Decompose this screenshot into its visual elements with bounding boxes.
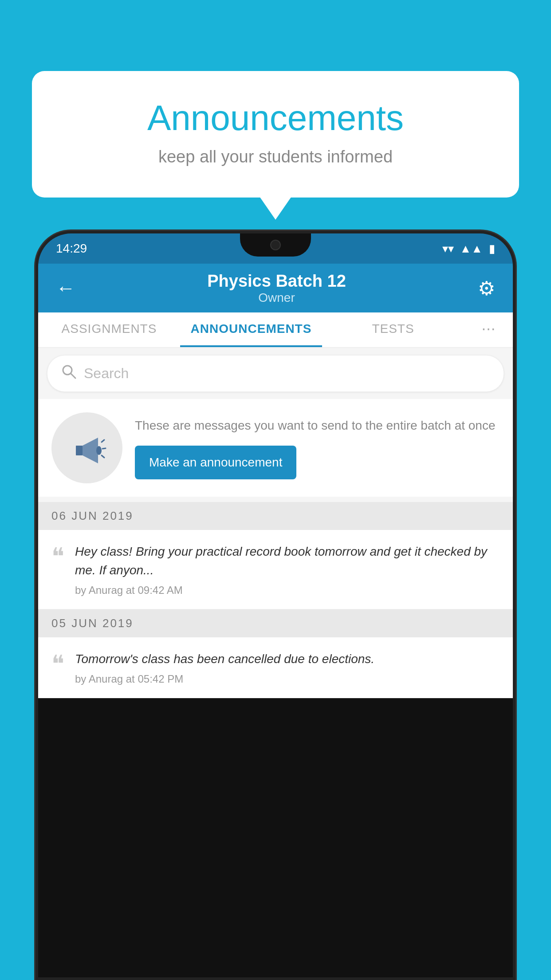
quote-icon-1: ❝ bbox=[51, 544, 64, 568]
tab-assignments[interactable]: ASSIGNMENTS bbox=[38, 312, 180, 347]
announcement-meta-2: by Anurag at 05:42 PM bbox=[75, 673, 500, 685]
tab-bar: ASSIGNMENTS ANNOUNCEMENTS TESTS ⋯ bbox=[38, 312, 513, 348]
back-button[interactable]: ← bbox=[56, 277, 75, 299]
announcement-item-2[interactable]: ❝ Tomorrow's class has been cancelled du… bbox=[38, 637, 513, 698]
announcement-meta-1: by Anurag at 09:42 AM bbox=[75, 584, 500, 597]
promo-card: These are messages you want to send to t… bbox=[38, 399, 513, 497]
svg-line-5 bbox=[102, 448, 106, 449]
speech-bubble-card: Announcements keep all your students inf… bbox=[32, 71, 519, 198]
bubble-title: Announcements bbox=[67, 98, 484, 138]
svg-line-6 bbox=[102, 455, 104, 458]
announcement-message-1: Hey class! Bring your practical record b… bbox=[75, 542, 500, 580]
settings-icon[interactable]: ⚙ bbox=[478, 277, 495, 300]
promo-icon-circle bbox=[51, 412, 122, 483]
quote-icon-2: ❝ bbox=[51, 652, 64, 676]
bubble-subtitle: keep all your students informed bbox=[67, 147, 484, 166]
wifi-icon: ▾▾ bbox=[442, 242, 454, 256]
speech-bubble-section: Announcements keep all your students inf… bbox=[32, 71, 519, 198]
announcement-icon bbox=[67, 428, 107, 468]
app-header: ← Physics Batch 12 Owner ⚙ bbox=[38, 264, 513, 312]
date-separator-1: 06 JUN 2019 bbox=[38, 502, 513, 530]
svg-point-3 bbox=[96, 446, 102, 455]
svg-line-1 bbox=[71, 374, 75, 378]
search-icon bbox=[61, 364, 77, 383]
tab-more[interactable]: ⋯ bbox=[464, 312, 513, 347]
notch bbox=[240, 233, 311, 257]
header-title: Physics Batch 12 bbox=[207, 272, 346, 291]
header-center: Physics Batch 12 Owner bbox=[207, 272, 346, 305]
phone-frame: 14:29 ▾▾ ▲▲ ▮ ← Physics Batch 12 Owner ⚙… bbox=[35, 231, 516, 980]
camera bbox=[270, 240, 281, 250]
tab-tests[interactable]: TESTS bbox=[322, 312, 464, 347]
status-time: 14:29 bbox=[56, 241, 87, 256]
search-placeholder: Search bbox=[84, 365, 129, 382]
date-separator-2: 05 JUN 2019 bbox=[38, 609, 513, 637]
status-icons: ▾▾ ▲▲ ▮ bbox=[442, 242, 495, 256]
announcement-text-2: Tomorrow's class has been cancelled due … bbox=[75, 650, 500, 685]
announcement-item-1[interactable]: ❝ Hey class! Bring your practical record… bbox=[38, 530, 513, 609]
svg-rect-2 bbox=[76, 446, 83, 455]
make-announcement-button[interactable]: Make an announcement bbox=[135, 446, 296, 479]
app-content: Search These are messages bbox=[38, 348, 513, 698]
tab-announcements[interactable]: ANNOUNCEMENTS bbox=[180, 312, 322, 347]
header-subtitle: Owner bbox=[207, 291, 346, 305]
battery-icon: ▮ bbox=[489, 242, 495, 256]
announcement-text-1: Hey class! Bring your practical record b… bbox=[75, 542, 500, 597]
signal-icon: ▲▲ bbox=[460, 242, 483, 256]
promo-description: These are messages you want to send to t… bbox=[135, 416, 500, 435]
announcement-message-2: Tomorrow's class has been cancelled due … bbox=[75, 650, 500, 668]
svg-line-4 bbox=[102, 440, 104, 442]
promo-text-area: These are messages you want to send to t… bbox=[135, 416, 500, 479]
search-bar[interactable]: Search bbox=[47, 355, 504, 392]
status-bar: 14:29 ▾▾ ▲▲ ▮ bbox=[38, 233, 513, 264]
